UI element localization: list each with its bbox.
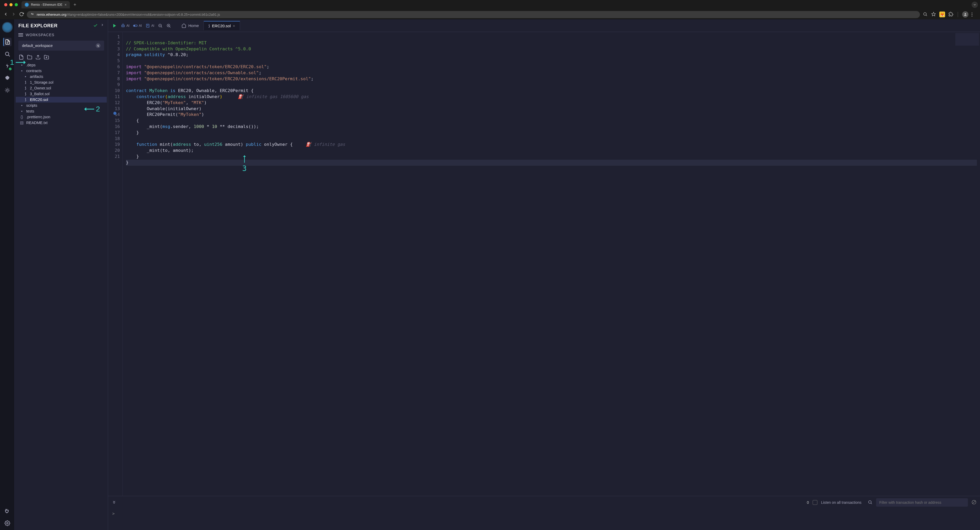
editor-body[interactable]: 123456789101112131415161718192021 // SPD… [108, 32, 980, 496]
url-bar[interactable]: remix.ethereum.org/#lang=en&optimize=fal… [27, 11, 920, 18]
svg-point-4 [924, 13, 926, 16]
upload-folder-icon[interactable] [43, 54, 49, 60]
tree-folder-artifacts[interactable]: ▪artifacts [16, 74, 107, 80]
workspace-selected-label: default_workspace [22, 43, 53, 48]
address-bar-row: remix.ethereum.org/#lang=en&optimize=fal… [0, 10, 980, 19]
bookmark-icon[interactable] [931, 12, 936, 17]
extension-badge[interactable]: 🦊 [939, 11, 945, 17]
file-tree: ▪.deps ▪contracts ▪artifacts ⟆1_Storage.… [15, 62, 108, 126]
run-button[interactable] [111, 22, 118, 29]
upload-icon[interactable] [35, 54, 41, 60]
svg-line-34 [169, 27, 170, 27]
new-file-icon[interactable] [18, 54, 24, 60]
tree-folder-contracts[interactable]: ▪contracts [16, 68, 107, 74]
extensions-icon[interactable] [948, 12, 953, 17]
remix-app: ✓ FILE EXPLORER [0, 19, 980, 530]
browser-toolbar-right: 🦊 [923, 11, 977, 18]
tab-close-button[interactable]: × [65, 3, 67, 7]
listen-all-checkbox[interactable] [813, 500, 818, 505]
tree-file-readme[interactable]: ▤README.txt [16, 120, 107, 126]
svg-line-5 [926, 15, 927, 16]
file-explorer-panel: FILE EXPLORER WORKSPACES default_workspa… [15, 19, 108, 530]
svg-point-2 [32, 13, 32, 14]
svg-point-23 [123, 24, 123, 24]
panel-header: FILE EXPLORER [15, 22, 108, 30]
profile-button[interactable] [962, 11, 969, 18]
terminal-body[interactable]: > [108, 509, 980, 530]
tree-folder-deps[interactable]: ▪.deps [16, 62, 107, 68]
svg-point-20 [122, 26, 123, 26]
svg-point-37 [869, 501, 872, 503]
zoom-in-button[interactable] [165, 22, 172, 29]
minimap[interactable] [955, 33, 979, 54]
svg-marker-6 [932, 12, 935, 16]
zoom-icon[interactable] [923, 12, 928, 17]
terminal-chevron-icon[interactable] [112, 500, 116, 505]
tab-home[interactable]: Home [177, 21, 204, 30]
terminal-clear-button[interactable] [972, 500, 976, 505]
browser-chrome: Remix - Ethereum IDE × + remix.ethereum.… [0, 0, 980, 19]
browser-tab-bar: Remix - Ethereum IDE × + [0, 0, 980, 10]
tab-list-button[interactable] [972, 2, 978, 8]
svg-line-30 [161, 27, 162, 27]
svg-marker-18 [113, 24, 116, 27]
forward-button[interactable] [11, 12, 16, 17]
svg-line-9 [8, 55, 10, 57]
svg-point-10 [6, 89, 8, 91]
svg-point-3 [32, 14, 33, 15]
tab-close-erc20[interactable]: × [233, 24, 235, 28]
debugger-icon[interactable] [3, 86, 11, 94]
file-toolbar [15, 53, 108, 62]
workspaces-label: WORKSPACES [26, 33, 54, 37]
tab-erc20[interactable]: ⟆ ERC20.sol × [204, 21, 240, 30]
svg-line-40 [972, 501, 975, 504]
window-controls [2, 3, 20, 6]
svg-point-25 [134, 25, 135, 26]
workspaces-row: WORKSPACES [15, 30, 108, 40]
settings-icon[interactable] [3, 519, 11, 527]
main-area: AI AI AI Home ⟆ [108, 19, 980, 530]
terminal-filter-input[interactable] [876, 498, 968, 507]
code-content[interactable]: // SPDX-License-Identifier: MIT // Compa… [123, 32, 980, 496]
window-maximize-button[interactable] [15, 3, 18, 6]
tree-file-storage[interactable]: ⟆1_Storage.sol [16, 80, 107, 85]
svg-point-21 [124, 26, 124, 26]
browser-tab-remix[interactable]: Remix - Ethereum IDE × [22, 1, 70, 8]
tree-folder-tests[interactable]: ▪tests [16, 108, 107, 114]
ai-toggle-button[interactable]: AI [132, 22, 143, 29]
editor-toolbar: AI AI AI Home ⟆ [108, 19, 980, 32]
new-tab-button[interactable]: + [72, 2, 78, 8]
remix-logo[interactable] [2, 22, 13, 32]
terminal-prompt: > [112, 511, 115, 516]
svg-point-11 [6, 522, 8, 524]
workspace-selector[interactable]: default_workspace ⇅ [18, 41, 104, 51]
remix-favicon [25, 3, 29, 7]
svg-point-8 [5, 52, 9, 56]
workspaces-hamburger-icon[interactable] [18, 33, 23, 37]
deploy-icon[interactable] [3, 74, 11, 82]
ai-robot-button[interactable]: AI [119, 22, 130, 29]
search-icon[interactable] [3, 50, 11, 58]
panel-collapse-icon[interactable] [100, 23, 104, 29]
window-close-button[interactable] [4, 3, 7, 6]
tree-folder-scripts[interactable]: ▪scripts [16, 103, 107, 108]
zoom-out-button[interactable] [157, 22, 164, 29]
tree-file-erc20[interactable]: ⟆ERC20.sol [16, 97, 107, 103]
tree-file-prettierrc[interactable]: {}.prettierrc.json [16, 114, 107, 120]
reload-button[interactable] [19, 12, 24, 17]
site-settings-icon[interactable] [30, 13, 34, 16]
tree-file-owner[interactable]: ⟆2_Owner.sol [16, 85, 107, 91]
svg-line-38 [871, 503, 872, 504]
file-explorer-icon[interactable] [3, 38, 11, 46]
browser-menu-button[interactable] [972, 13, 977, 16]
terminal-search-icon[interactable] [868, 500, 872, 505]
plugin-manager-icon[interactable] [3, 507, 11, 515]
tree-file-ballot[interactable]: ⟆3_Ballot.sol [16, 91, 107, 97]
tab-title: Remix - Ethereum IDE [31, 3, 62, 6]
window-minimize-button[interactable] [10, 3, 13, 6]
ai-book-button[interactable]: AI [145, 22, 155, 29]
new-folder-icon[interactable] [27, 54, 32, 60]
panel-title: FILE EXPLORER [18, 23, 58, 29]
compile-check-icon[interactable] [93, 23, 98, 29]
back-button[interactable] [3, 12, 8, 17]
